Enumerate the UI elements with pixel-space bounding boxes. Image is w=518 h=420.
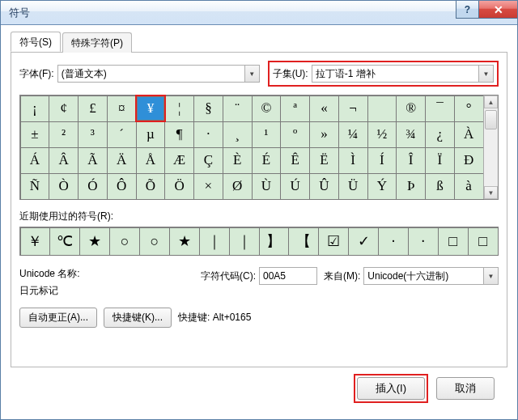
subset-combo-button[interactable]: ▼ <box>478 66 493 82</box>
symbol-cell[interactable]: · <box>193 121 223 148</box>
recent-symbol-cell[interactable]: 】 <box>259 227 290 256</box>
symbol-cell[interactable]: ¿ <box>425 121 455 148</box>
symbol-cell[interactable]: É <box>252 147 282 174</box>
symbol-cell[interactable]: ½ <box>367 121 397 148</box>
symbol-cell[interactable]: ¬ <box>338 95 368 122</box>
symbol-cell[interactable]: º <box>280 121 310 148</box>
symbol-cell[interactable]: Ï <box>425 147 455 174</box>
recent-symbol-cell[interactable]: ☑ <box>318 227 349 256</box>
symbol-cell[interactable]: Ú <box>280 173 310 200</box>
symbol-cell[interactable]: Ü <box>338 173 368 200</box>
symbol-cell[interactable]: Â <box>49 147 79 174</box>
recent-symbol-cell[interactable]: ℃ <box>49 227 80 256</box>
symbol-cell[interactable]: ¨ <box>223 95 253 122</box>
help-button[interactable]: ? <box>456 1 478 19</box>
symbol-cell[interactable]: ¶ <box>164 121 194 148</box>
symbol-cell[interactable]: ª <box>280 95 310 122</box>
symbol-cell[interactable]: Ê <box>280 147 310 174</box>
symbol-cell[interactable]: £ <box>78 95 108 122</box>
symbol-cell[interactable]: Ø <box>223 173 253 200</box>
symbol-cell[interactable]: © <box>252 95 282 122</box>
symbol-cell[interactable]: Ç <box>193 147 223 174</box>
from-combo-button[interactable]: ▼ <box>483 268 498 284</box>
symbol-cell[interactable]: Á <box>20 147 50 174</box>
scroll-thumb[interactable] <box>485 110 497 129</box>
subset-combo[interactable]: 拉丁语-1 增补 ▼ <box>312 65 494 83</box>
symbol-cell[interactable]: » <box>309 121 339 148</box>
symbol-cell[interactable]: ± <box>20 121 50 148</box>
symbol-cell[interactable]: ³ <box>78 121 108 148</box>
symbol-cell[interactable]: ² <box>49 121 79 148</box>
recent-symbol-cell[interactable]: ｜ <box>199 227 230 256</box>
symbol-cell[interactable]: ­ <box>367 95 397 122</box>
font-combo[interactable]: (普通文本) ▼ <box>57 65 260 83</box>
from-combo[interactable]: Unicode(十六进制) ▼ <box>363 267 499 285</box>
shortcut-key-button[interactable]: 快捷键(K)... <box>104 308 172 328</box>
symbol-cell[interactable]: ¸ <box>223 121 253 148</box>
scroll-track[interactable] <box>484 108 498 186</box>
symbol-cell[interactable]: Õ <box>136 173 166 200</box>
recent-symbol-cell[interactable]: ○ <box>109 227 140 256</box>
tab-symbols[interactable]: 符号(S) <box>11 32 61 52</box>
autocorrect-button[interactable]: 自动更正(A)... <box>19 308 97 328</box>
scroll-down-button[interactable]: ▼ <box>484 186 498 199</box>
char-code-input[interactable]: 00A5 <box>259 267 317 285</box>
symbol-cell[interactable]: ¾ <box>396 121 426 148</box>
symbol-cell[interactable]: ¥ <box>137 96 164 121</box>
symbol-cell[interactable]: µ <box>136 121 166 148</box>
symbol-cell[interactable]: × <box>193 173 223 200</box>
symbol-cell[interactable]: Ã <box>78 147 108 174</box>
symbol-cell[interactable]: ¡ <box>20 95 50 122</box>
recent-symbol-cell[interactable]: □ <box>468 227 499 256</box>
symbol-cell[interactable]: Å <box>136 147 166 174</box>
recent-symbol-cell[interactable]: ｜ <box>229 227 260 256</box>
symbol-cell[interactable]: Ä <box>107 147 137 174</box>
symbol-cell[interactable]: Æ <box>164 147 194 174</box>
symbol-cell[interactable]: ß <box>425 173 455 200</box>
symbol-cell[interactable]: ´ <box>107 121 137 148</box>
font-combo-button[interactable]: ▼ <box>244 66 259 82</box>
close-button[interactable]: ✕ <box>478 1 517 19</box>
symbol-cell[interactable]: È <box>223 147 253 174</box>
recent-symbol-cell[interactable]: ￥ <box>20 227 51 256</box>
recent-symbol-cell[interactable]: ★ <box>169 227 200 256</box>
symbol-cell[interactable]: ¦ <box>164 95 194 122</box>
symbol-cell[interactable]: Û <box>309 173 339 200</box>
symbol-cell[interactable]: Ë <box>309 147 339 174</box>
symbol-cell[interactable]: Ì <box>338 147 368 174</box>
recent-symbol-cell[interactable]: · <box>378 227 409 256</box>
symbol-cell[interactable]: ¹ <box>252 121 282 148</box>
symbol-cell[interactable]: Ô <box>107 173 137 200</box>
symbol-cell[interactable]: ¯ <box>425 95 455 122</box>
symbol-cell[interactable]: ¼ <box>338 121 368 148</box>
recent-symbol-cell[interactable]: · <box>408 227 439 256</box>
recent-symbol-cell[interactable]: 【 <box>288 227 319 256</box>
symbol-cell[interactable]: ¢ <box>49 95 79 122</box>
symbol-cell[interactable]: à <box>454 173 484 200</box>
insert-button[interactable]: 插入(I) <box>357 377 425 400</box>
tab-special-chars[interactable]: 特殊字符(P) <box>62 32 132 53</box>
symbol-cell[interactable]: Ù <box>252 173 282 200</box>
symbol-cell[interactable]: Ò <box>49 173 79 200</box>
symbol-cell[interactable]: Í <box>367 147 397 174</box>
recent-symbol-cell[interactable]: ✓ <box>348 227 379 256</box>
recent-symbol-cell[interactable]: ○ <box>139 227 170 256</box>
symbol-cell[interactable]: Þ <box>396 173 426 200</box>
symbol-cell[interactable]: Ý <box>367 173 397 200</box>
recent-symbol-cell[interactable]: ★ <box>79 227 110 256</box>
symbol-cell[interactable]: § <box>193 95 223 122</box>
symbol-cell[interactable]: Ð <box>454 147 484 174</box>
symbol-cell[interactable]: Ö <box>164 173 194 200</box>
symbol-cell[interactable]: « <box>309 95 339 122</box>
symbol-cell[interactable]: Ñ <box>20 173 50 200</box>
symbol-cell[interactable]: ° <box>454 95 484 122</box>
symbol-cell[interactable]: À <box>454 121 484 148</box>
symbol-cell[interactable]: Î <box>396 147 426 174</box>
symbol-cell[interactable]: ® <box>396 95 426 122</box>
grid-scrollbar[interactable]: ▲ ▼ <box>483 95 498 199</box>
cancel-button[interactable]: 取消 <box>436 377 495 400</box>
scroll-up-button[interactable]: ▲ <box>484 95 498 108</box>
recent-symbol-cell[interactable]: □ <box>438 227 469 256</box>
symbol-cell[interactable]: ¤ <box>107 95 137 122</box>
symbol-cell[interactable]: Ó <box>78 173 108 200</box>
